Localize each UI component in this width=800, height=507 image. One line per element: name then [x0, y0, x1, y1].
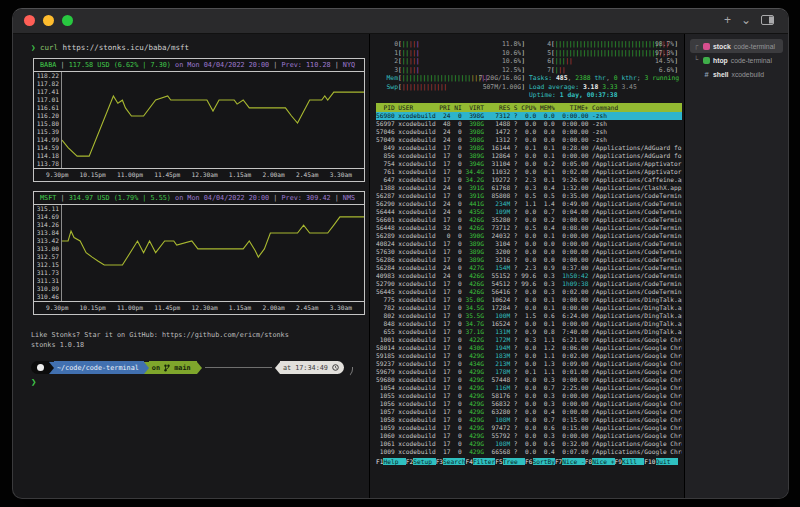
process-row[interactable]: 57046 xcodebuild 24 0 398G 1472 ? 0.0 0.… [376, 128, 682, 136]
chart-plot-area [62, 205, 364, 301]
process-row[interactable]: 1054 xcodebuild 17 0 429G 116M ? 0.0 0.7… [376, 384, 682, 392]
process-row[interactable]: 754 xcodebuild 17 0 394G 31104 ? 0.0 0.2… [376, 160, 682, 168]
fkey-button[interactable]: F4Filter [465, 457, 495, 466]
command-name: curl [40, 43, 58, 52]
fkey-button[interactable]: F3Search [436, 457, 466, 466]
process-row[interactable]: 56286 xcodebuild 17 0 389G 3216 ? 0.0 0.… [376, 256, 682, 264]
fkey-button[interactable]: F9Kill [615, 457, 645, 466]
htop-meters: 0[|||||11.8%]1[|||||10.6%]2[|||||10.6%]3… [376, 40, 682, 100]
htop-info-line: Uptime: 1 day, 00:37:38 [529, 91, 678, 100]
process-row[interactable]: 1059 xcodebuild 17 0 429G 97472 ? 0.0 0.… [376, 424, 682, 432]
powerline-prompt: ~/code/code-terminal on main at 17:34:49 [31, 361, 353, 374]
meter: Swp[|||||||||||||507M/1.00G] [376, 83, 525, 92]
process-row[interactable]: 1058 xcodebuild 17 0 429G 108M ? 0.0 0.7… [376, 416, 682, 424]
process-row[interactable]: 1009 xcodebuild 17 0 429G 66568 ? 0.0 0.… [376, 448, 682, 456]
toggle-sidebar-icon[interactable] [761, 15, 774, 25]
process-row[interactable]: 56448 xcodebuild 32 0 426G 73712 ? 0.5 0… [376, 224, 682, 232]
process-row[interactable]: 1061 xcodebuild 17 0 429G 108M ? 0.0 0.6… [376, 440, 682, 448]
process-table: 56980 xcodebuild 24 0 398G 7312 ? 0.0 0.… [376, 112, 682, 456]
process-row[interactable]: 40983 xcodebuild 24 0 426G 55152 ? 99.6 … [376, 272, 682, 280]
fkey-button[interactable]: F2Setup [406, 457, 436, 466]
cwd-segment: ~/code/code-terminal [54, 361, 144, 374]
htop-info-line: Tasks: 485, 2388 thr, 0 kthr; 3 running [529, 74, 678, 83]
meter: 1[|||||10.6%] [376, 49, 525, 58]
fkey-button[interactable]: F10Quit [644, 457, 678, 466]
sidebar-item-stock[interactable]: ┌stockcode-terminal [690, 39, 783, 53]
git-segment: on main [149, 361, 197, 374]
process-row[interactable]: 1056 xcodebuild 17 0 429G 56832 ? 0.0 0.… [376, 400, 682, 408]
minimize-button[interactable] [43, 15, 54, 26]
stock-charts: BABA | 117.58 USD (6.62% | 7.30) on Mon … [31, 58, 369, 315]
close-button[interactable] [24, 15, 35, 26]
process-row[interactable]: 56290 xcodebuild 24 0 441G 234M ? 1.1 1.… [376, 200, 682, 208]
process-row[interactable]: 1060 xcodebuild 17 0 429G 55792 ? 0.0 0.… [376, 432, 682, 440]
os-logo-icon [37, 364, 44, 371]
process-row[interactable]: 56980 xcodebuild 24 0 398G 7312 ? 0.0 0.… [376, 112, 682, 120]
process-row[interactable]: 782 xcodebuild 17 0 34.5G 17284 ? 0.0 0.… [376, 304, 682, 312]
process-row[interactable]: 775 xcodebuild 17 0 35.0G 10624 ? 0.0 0.… [376, 296, 682, 304]
meter: 0[|||||11.8%] [376, 40, 525, 49]
fkey-button[interactable]: F6SortBy [525, 457, 555, 466]
process-row[interactable]: 57049 xcodebuild 24 0 398G 1312 ? 0.0 0.… [376, 136, 682, 144]
os-segment [31, 361, 49, 374]
time-segment: at 17:34:49 [280, 361, 344, 374]
process-row[interactable]: 56284 xcodebuild 24 0 427G 154M ? 2.3 0.… [376, 264, 682, 272]
chart-title: MSFT | 314.97 USD (1.79% | 5.55) on Mon … [34, 192, 364, 205]
stock-session-icon [703, 43, 710, 50]
process-row[interactable]: 1055 xcodebuild 17 0 429G 58176 ? 0.0 0.… [376, 392, 682, 400]
x-axis-labels: 9.30pm10.15pm11.00pm11.45pm12.30am1.15am… [34, 301, 364, 314]
process-row[interactable]: 761 xcodebuild 17 0 34.4G 11032 ? 0.0 0.… [376, 168, 682, 176]
process-row[interactable]: 1001 xcodebuild 17 0 422G 172M ? 0.3 1.1… [376, 336, 682, 344]
process-table-header[interactable]: PID USER PRI NI VIRT RES S CPU% MEM% TIM… [376, 103, 682, 112]
process-row[interactable]: 57630 xcodebuild 17 0 389G 3200 ? 0.0 0.… [376, 248, 682, 256]
process-row[interactable]: 655 xcodebuild 17 0 37.1G 131M ? 0.9 0.8… [376, 328, 682, 336]
meter: 4[|||||||||||||||||||||||||||||||||98.7%… [529, 40, 678, 49]
window-content: ❯ curl https://stonks.icu/baba/msft BABA… [13, 34, 788, 499]
chevron-down-icon[interactable]: ⌄ [741, 12, 751, 28]
x-axis-labels: 9.30pm10.15pm11.00pm11.45pm12.30am1.15am… [34, 168, 364, 181]
process-row[interactable]: 59185 xcodebuild 17 0 429G 183M ? 0.0 1.… [376, 352, 682, 360]
fkey-button[interactable]: F7Nice - [555, 457, 585, 466]
process-row[interactable]: 59679 xcodebuild 17 0 429G 178M ? 0.1 1.… [376, 368, 682, 376]
y-axis-labels: 315.11314.69314.26313.84313.42313.00312.… [34, 205, 62, 301]
terminal-window: + ⌄ ❯ curl https://stonks.icu/baba/msft … [12, 8, 789, 499]
stonks-version: stonks 1.0.18 [31, 341, 369, 349]
process-row[interactable]: 59680 xcodebuild 17 0 429G 57448 ? 0.0 0… [376, 376, 682, 384]
fkey-button[interactable]: F8Nice + [585, 457, 615, 466]
process-row[interactable]: 802 xcodebuild 17 0 35.5G 100M ? 1.5 0.6… [376, 312, 682, 320]
process-row[interactable]: 56445 xcodebuild 17 0 426G 56416 ? 0.0 0… [376, 288, 682, 296]
process-row[interactable]: 1388 xcodebuild 24 0 391G 61768 ? 0.3 0.… [376, 184, 682, 192]
process-row[interactable]: 849 xcodebuild 17 0 398G 16144 ? 0.1 0.1… [376, 144, 682, 152]
process-row[interactable]: 40824 xcodebuild 17 0 389G 3104 ? 0.0 0.… [376, 240, 682, 248]
process-row[interactable]: 59237 xcodebuild 17 0 434G 213M ? 0.0 1.… [376, 360, 682, 368]
git-branch-icon [164, 364, 170, 372]
zoom-button[interactable] [62, 15, 73, 26]
process-row[interactable]: 1057 xcodebuild 17 0 429G 63280 ? 0.0 0.… [376, 408, 682, 416]
htop-pane: 0[|||||11.8%]1[|||||10.6%]2[|||||10.6%]3… [370, 34, 684, 499]
cursor-prompt-char[interactable]: ❯ [31, 377, 369, 387]
process-row[interactable]: 56287 xcodebuild 17 0 391G 85808 ? 0.5 0… [376, 192, 682, 200]
fkey-button[interactable]: F5Tree [495, 457, 525, 466]
process-row[interactable]: 856 xcodebuild 17 0 389G 12864 ? 0.0 0.1… [376, 152, 682, 160]
process-row[interactable]: 848 xcodebuild 17 0 34.7G 16524 ? 0.0 0.… [376, 320, 682, 328]
process-row[interactable]: 52790 xcodebuild 17 0 426G 54512 ? 99.6 … [376, 280, 682, 288]
sidebar-item-shell[interactable]: #shellxcodebuild [690, 67, 783, 81]
process-row[interactable]: 56444 xcodebuild 24 0 435G 109M ? 0.0 0.… [376, 208, 682, 216]
process-row[interactable]: 56997 xcodebuild 48 0 398G 1488 ? 0.0 0.… [376, 120, 682, 128]
prompt-char: ❯ [31, 43, 36, 52]
window-titlebar[interactable]: + ⌄ [13, 9, 788, 34]
prompt-connector-line [205, 367, 272, 368]
sidebar-item-htop[interactable]: └htopcode-terminal [690, 53, 783, 67]
meter: 7[|||6.6%] [529, 66, 678, 75]
process-row[interactable]: 647 xcodebuild 17 0 34.2G 19272 ? 2.3 0.… [376, 176, 682, 184]
shell-hash-icon: # [703, 70, 710, 79]
fkey-button[interactable]: F1Help [376, 457, 406, 466]
new-pane-button[interactable]: + [724, 12, 731, 28]
shell-command-line: ❯ curl https://stonks.icu/baba/msft [31, 43, 369, 52]
htop-info-line: Load average: 3.18 3.33 3.45 [529, 83, 678, 92]
htop-session-icon [703, 57, 710, 64]
stock-chart: BABA | 117.58 USD (6.62% | 7.30) on Mon … [33, 58, 365, 182]
process-row[interactable]: 56601 xcodebuild 17 0 426G 35280 ? 0.0 0… [376, 216, 682, 224]
process-row[interactable]: 58014 xcodebuild 17 0 430G 194M ? 0.0 1.… [376, 344, 682, 352]
process-row[interactable]: 56289 xcodebuild 0 0 390G 24032 ? 0.0 0.… [376, 232, 682, 240]
